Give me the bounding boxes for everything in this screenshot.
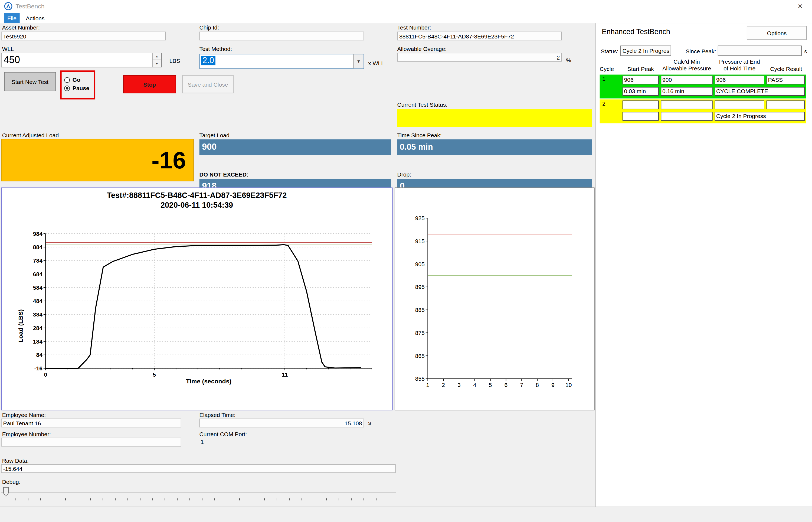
cycle-2-result	[767, 100, 805, 109]
radio-pause[interactable]: Pause	[64, 85, 89, 91]
main-chart-title: Test#:88811FC5-B48C-4F11-AD87-3E69E23F5F…	[2, 190, 392, 200]
allowable-overage-input[interactable]	[397, 53, 562, 62]
employee-number-label: Employee Number:	[2, 431, 51, 437]
cycle-2-status: Cycle 2 In Progress	[714, 112, 805, 121]
app-icon	[4, 2, 13, 11]
com-port-value: 1	[200, 438, 204, 446]
allowable-overage-unit-label: %	[566, 57, 571, 63]
cycle-2-time-a	[623, 112, 659, 121]
wll-input[interactable]	[2, 53, 152, 67]
svg-text:865: 865	[415, 353, 425, 359]
save-and-close-button[interactable]: Save and Close	[182, 75, 233, 93]
options-button[interactable]: Options	[747, 26, 807, 40]
start-new-test-button[interactable]: Start New Test	[4, 72, 56, 91]
radio-go-label: Go	[72, 77, 80, 83]
debug-trackbar[interactable]	[1, 486, 396, 501]
radio-pause-circle	[64, 85, 70, 91]
debug-trackbar-thumb-face	[3, 487, 8, 496]
svg-text:895: 895	[415, 284, 425, 290]
main-chart-ylabel: Load (LBS)	[17, 260, 24, 342]
enhanced-title: Enhanced TestBench	[602, 27, 670, 36]
test-method-suffix-label: x WLL	[368, 60, 384, 66]
svg-text:-16: -16	[34, 365, 42, 372]
svg-text:5: 5	[153, 372, 156, 378]
employee-number-input[interactable]	[1, 438, 181, 447]
time-since-peak-label: Time Since Peak:	[397, 132, 442, 138]
svg-text:284: 284	[33, 325, 42, 331]
bottom-strip	[0, 506, 812, 522]
elapsed-time-input[interactable]	[200, 419, 364, 427]
debug-trackbar-thumb[interactable]	[3, 487, 9, 497]
cycle-1-time-a: 0.03 min	[623, 87, 659, 96]
chevron-down-icon: ▼	[356, 59, 360, 64]
svg-text:2: 2	[442, 382, 445, 388]
svg-text:484: 484	[33, 298, 42, 304]
svg-text:9: 9	[551, 382, 555, 388]
svg-text:884: 884	[33, 244, 42, 250]
cycle-1-start-peak: 906	[623, 76, 659, 84]
asset-number-label: Asset Number:	[2, 24, 40, 31]
close-button[interactable]: ✕	[788, 0, 812, 13]
col-header-calcd: Calc'd Min Allowable Pressure	[660, 59, 714, 72]
chevron-down-icon: ▼	[155, 62, 158, 65]
svg-text:5: 5	[489, 382, 492, 388]
svg-text:8: 8	[536, 382, 539, 388]
cycle-1-pressure: 906	[714, 76, 764, 84]
employee-name-label: Employee Name:	[2, 412, 46, 418]
svg-text:7: 7	[520, 382, 523, 388]
menu-file[interactable]: File	[4, 13, 20, 23]
col-header-pressure: Pressure at End of Hold Time	[714, 59, 766, 72]
close-icon: ✕	[797, 3, 803, 10]
combobox-dropdown-button[interactable]: ▼	[353, 55, 363, 68]
debug-label: Debug:	[2, 479, 21, 485]
target-load-value: 900	[200, 139, 391, 155]
spinner-down-button[interactable]: ▼	[152, 60, 161, 67]
wll-spinner[interactable]: ▲ ▼	[1, 53, 162, 67]
test-number-input[interactable]	[397, 32, 562, 41]
current-adjusted-load-label: Current Adjusted Load	[2, 132, 59, 138]
svg-text:925: 925	[415, 215, 425, 221]
cycle-2-start-peak	[623, 100, 659, 109]
elapsed-time-label: Elapsed Time:	[200, 412, 235, 418]
col-header-calcd-line2: Allowable Pressure	[660, 65, 714, 72]
svg-text:1: 1	[426, 382, 430, 388]
do-not-exceed-label: DO NOT EXCEED:	[200, 172, 248, 178]
menu-actions[interactable]: Actions	[23, 13, 48, 23]
main-chart-canvas: -16841842843844845846847848849840511	[2, 188, 392, 410]
cycle-1-calcd: 900	[661, 76, 712, 84]
svg-text:984: 984	[33, 231, 42, 237]
enhanced-since-peak-input[interactable]	[718, 45, 802, 56]
chip-id-input[interactable]	[200, 32, 364, 41]
raw-data-input[interactable]	[1, 464, 396, 473]
main-chart-panel: Test#:88811FC5-B48C-4F11-AD87-3E69E23F5F…	[1, 188, 393, 410]
current-adjusted-load-value: -16	[1, 139, 194, 181]
cycle-2-calcd	[661, 100, 712, 109]
svg-text:84: 84	[36, 352, 42, 358]
cycle-2-pressure	[714, 100, 764, 109]
wll-unit-label: LBS	[169, 57, 180, 64]
employee-name-input[interactable]	[1, 419, 181, 427]
svg-text:584: 584	[33, 284, 42, 291]
stop-button[interactable]: Stop	[123, 75, 176, 93]
elapsed-time-unit-label: s	[368, 420, 371, 426]
test-method-combobox[interactable]: 2.0 ▼	[200, 54, 364, 69]
radio-go-circle	[64, 77, 70, 83]
chip-id-label: Chip Id:	[200, 24, 219, 31]
asset-number-input[interactable]	[1, 32, 166, 41]
drop-label: Drop:	[397, 172, 411, 178]
debug-trackbar-ticks	[16, 499, 387, 501]
allowable-overage-label: Allowable Overage:	[397, 45, 447, 52]
svg-text:3: 3	[457, 382, 461, 388]
side-chart-canvas: 85586587588589590591592512345678910	[395, 188, 594, 410]
radio-go[interactable]: Go	[64, 77, 80, 83]
cycle-2-time-b	[661, 112, 712, 121]
svg-text:6: 6	[504, 382, 508, 388]
enhanced-since-peak-unit-label: s	[804, 48, 807, 55]
svg-text:10: 10	[565, 382, 571, 388]
main-chart-subtitle: 2020-06-11 10:54:39	[2, 200, 392, 209]
test-method-label: Test Method:	[200, 45, 232, 52]
enhanced-status-input[interactable]	[620, 45, 671, 56]
target-load-label: Target Load	[200, 132, 230, 138]
enhanced-since-peak-label: Since Peak:	[686, 48, 716, 55]
spinner-up-button[interactable]: ▲	[152, 53, 161, 60]
